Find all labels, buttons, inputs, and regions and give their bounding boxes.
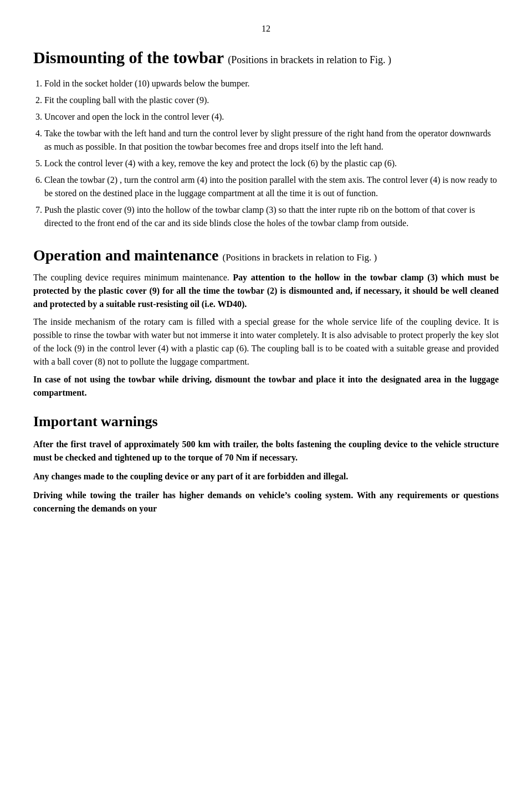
page-number: 12	[33, 22, 499, 35]
warnings-section: Important warnings After the first trave…	[33, 411, 499, 515]
operation-section: Operation and maintenance (Positions in …	[33, 245, 499, 400]
dismounting-title: Dismounting of the towbar (Positions in …	[33, 47, 499, 68]
operation-subtitle: (Positions in brackets in relation to Fi…	[222, 252, 377, 263]
operation-bold-paragraph2: In case of not using the towbar while dr…	[33, 373, 499, 400]
operation-intro-paragraph: The coupling device requires minimum mai…	[33, 271, 499, 311]
operation-title: Operation and maintenance (Positions in …	[33, 245, 499, 265]
dismounting-steps-list: Fold in the socket holder (10) upwards b…	[44, 77, 499, 230]
warning2: Any changes made to the coupling device …	[33, 470, 499, 483]
step-1: Fold in the socket holder (10) upwards b…	[44, 77, 499, 90]
step-6: Clean the towbar (2) , turn the control …	[44, 173, 499, 200]
step-5: Lock the control lever (4) with a key, r…	[44, 157, 499, 170]
dismounting-title-text: Dismounting of the towbar	[33, 48, 224, 66]
step-2: Fit the coupling ball with the plastic c…	[44, 94, 499, 107]
dismounting-title-subtitle: (Positions in brackets in relation to Fi…	[228, 54, 391, 65]
operation-paragraph1: The inside mechanism of the rotary cam i…	[33, 315, 499, 369]
step-3: Uncover and open the lock in the control…	[44, 110, 499, 124]
page: 12 Dismounting of the towbar (Positions …	[0, 0, 532, 798]
warning1: After the first travel of approximately …	[33, 438, 499, 464]
step-4: Take the towbar with the left hand and t…	[44, 127, 499, 154]
warning3: Driving while towing the trailer has hig…	[33, 489, 499, 515]
step-7: Push the plastic cover (9) into the holl…	[44, 203, 499, 230]
warnings-title: Important warnings	[33, 411, 499, 432]
